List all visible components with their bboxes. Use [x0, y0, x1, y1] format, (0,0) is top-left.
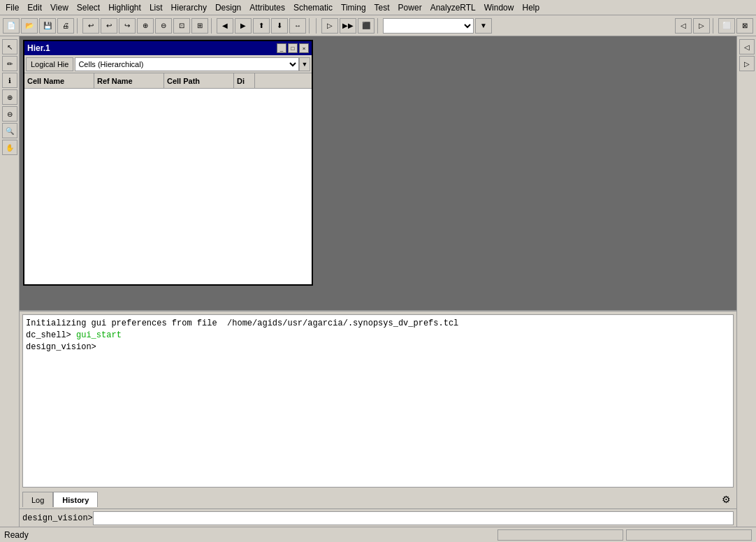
tb-right3[interactable]: ⬜	[718, 18, 735, 34]
tb-btn11[interactable]: ⬇	[271, 18, 288, 34]
menu-hierarchy[interactable]: Hierarchy	[167, 1, 211, 14]
col-di[interactable]: Di	[234, 73, 255, 88]
pointer-tool[interactable]: ↖	[2, 39, 17, 54]
bottom-panel: Initializing gui preferences from file /…	[20, 310, 736, 527]
toolbar-dropdown[interactable]	[383, 18, 474, 34]
tab-log[interactable]: Log	[22, 492, 53, 507]
main-content: ↖ ✏ ℹ ⊕ ⊖ 🔍 ✋ Hier.1 _ □ × Logical	[0, 36, 756, 527]
left-toolbar: ↖ ✏ ℹ ⊕ ⊖ 🔍 ✋	[0, 36, 20, 527]
right-tool-1[interactable]: ◁	[739, 39, 755, 54]
col-cell-name[interactable]: Cell Name	[24, 73, 94, 88]
right-toolbar: ◁ ▷	[736, 36, 756, 527]
menu-help[interactable]: Help	[518, 1, 544, 14]
tb-btn12[interactable]: ↔	[289, 18, 306, 34]
sep3	[309, 18, 312, 34]
tb-btn2[interactable]: ↩	[101, 18, 117, 34]
magnify-tool[interactable]: 🔍	[2, 123, 17, 138]
logical-hierarchy-tab[interactable]: Logical Hie	[26, 57, 73, 71]
sep4	[316, 18, 319, 34]
command-line: design_vision>	[20, 508, 736, 527]
tb-btn13[interactable]: ▷	[321, 18, 338, 34]
zoom-in-tool[interactable]: ⊕	[2, 89, 17, 105]
console-tabs: Log History ⚙	[20, 489, 736, 508]
dropdown-arrow[interactable]: ▼	[475, 18, 492, 34]
tab-history[interactable]: History	[53, 492, 98, 507]
menu-select[interactable]: Select	[73, 1, 104, 14]
maximize-button[interactable]: □	[288, 43, 298, 53]
tb-btn8[interactable]: ◀	[217, 18, 233, 34]
dropdown-btn[interactable]: ▼	[299, 57, 310, 71]
status-text: Ready	[4, 530, 29, 540]
right-tool-2[interactable]: ▷	[739, 56, 755, 71]
tb-btn4[interactable]: ⊕	[137, 18, 154, 34]
new-button[interactable]: 📄	[3, 18, 20, 34]
hand-tool[interactable]: ✋	[2, 140, 17, 155]
console-line-2: dc_shell> gui_start	[26, 330, 730, 342]
menu-design[interactable]: Design	[211, 1, 245, 14]
menu-schematic[interactable]: Schematic	[289, 1, 337, 14]
tb-btn9[interactable]: ▶	[235, 18, 252, 34]
toolbar: 📄 📂 💾 🖨 ↩ ↩ ↪ ⊕ ⊖ ⊡ ⊞ ◀ ▶ ⬆ ⬇ ↔ ▷ ▶▶ ⬛ ▼…	[0, 15, 756, 36]
window-titlebar: Hier.1 _ □ ×	[24, 41, 312, 55]
menu-attributes[interactable]: Attributes	[245, 1, 289, 14]
gear-icon[interactable]: ⚙	[718, 492, 734, 507]
col-ref-name[interactable]: Ref Name	[94, 73, 164, 88]
tb-btn7[interactable]: ⊞	[191, 18, 208, 34]
sep2	[211, 18, 214, 34]
console-line-1: Initializing gui preferences from file /…	[26, 318, 730, 330]
tb-right2[interactable]: ▷	[693, 18, 710, 34]
menu-file[interactable]: File	[1, 1, 23, 14]
tb-btn10[interactable]: ⬆	[253, 18, 270, 34]
cells-dropdown[interactable]: Cells (Hierarchical)	[75, 57, 299, 71]
menu-view[interactable]: View	[46, 1, 73, 14]
menu-bar: File Edit View Select Highlight List Hie…	[0, 0, 756, 15]
menu-highlight[interactable]: Highlight	[104, 1, 145, 14]
menu-list[interactable]: List	[145, 1, 167, 14]
tb-btn3[interactable]: ↪	[119, 18, 136, 34]
top-panel: Hier.1 _ □ × Logical Hie Cells (Hierarch…	[20, 36, 736, 310]
status-bar: Ready	[0, 527, 756, 542]
table-body	[24, 89, 312, 284]
minimize-button[interactable]: _	[277, 43, 286, 53]
menu-edit[interactable]: Edit	[23, 1, 46, 14]
close-button[interactable]: ×	[299, 43, 309, 53]
tb-btn14[interactable]: ▶▶	[340, 18, 356, 34]
sep1	[77, 18, 80, 34]
pencil-tool[interactable]: ✏	[2, 56, 17, 71]
menu-analyzertl[interactable]: AnalyzeRTL	[426, 1, 480, 14]
tb-btn1[interactable]: ↩	[82, 18, 99, 34]
zoom-out-tool[interactable]: ⊖	[2, 106, 17, 122]
menu-timing[interactable]: Timing	[337, 1, 370, 14]
status-box-2	[626, 529, 752, 541]
window-title: Hier.1	[27, 43, 50, 53]
window-controls: _ □ ×	[277, 43, 309, 53]
print-button[interactable]: 🖨	[57, 18, 74, 34]
col-cell-path[interactable]: Cell Path	[164, 73, 234, 88]
cmd-input[interactable]	[93, 511, 734, 525]
sep5	[377, 18, 380, 34]
menu-window[interactable]: Window	[480, 1, 518, 14]
save-button[interactable]: 💾	[39, 18, 56, 34]
info-tool[interactable]: ℹ	[2, 73, 17, 88]
console-line-3: design_vision>	[26, 342, 730, 353]
status-right	[497, 529, 752, 541]
tb-btn15[interactable]: ⬛	[358, 18, 375, 34]
tb-right4[interactable]: ⊠	[736, 18, 753, 34]
cmd-prompt: design_vision>	[22, 513, 93, 523]
menu-power[interactable]: Power	[394, 1, 426, 14]
status-box-1	[497, 529, 623, 541]
tb-btn5[interactable]: ⊖	[155, 18, 172, 34]
window-inner-toolbar: Logical Hie Cells (Hierarchical) ▼	[24, 55, 312, 73]
open-button[interactable]: 📂	[21, 18, 38, 34]
sep6	[713, 18, 715, 34]
tb-btn6[interactable]: ⊡	[173, 18, 190, 34]
menu-test[interactable]: Test	[370, 1, 394, 14]
console-area: Initializing gui preferences from file /…	[22, 314, 734, 488]
center-area: Hier.1 _ □ × Logical Hie Cells (Hierarch…	[20, 36, 736, 527]
hier-window: Hier.1 _ □ × Logical Hie Cells (Hierarch…	[23, 40, 313, 286]
table-header: Cell Name Ref Name Cell Path Di	[24, 73, 312, 89]
tb-right1[interactable]: ◁	[675, 18, 692, 34]
